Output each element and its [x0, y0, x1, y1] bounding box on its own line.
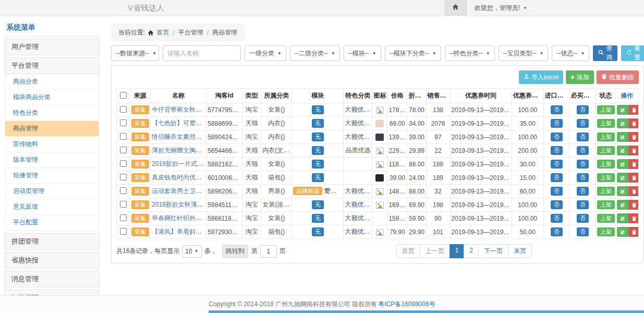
product-name-link[interactable]: 早春网红针织外套女春... [152, 214, 206, 222]
sidebar-sub-item[interactable]: 特色分类 [5, 105, 99, 121]
row-checkbox[interactable] [120, 187, 127, 194]
sidebar-sub-item[interactable]: 商品分类 [5, 74, 99, 90]
status-badge[interactable]: 上架 [597, 227, 615, 236]
edit-button[interactable] [617, 105, 628, 115]
sidebar-sub-item[interactable]: 轮播管理 [5, 168, 99, 184]
sidebar-sub-item[interactable]: 平台配置 [5, 215, 99, 231]
sidebar-sub-item[interactable]: 模块商品分类 [5, 90, 99, 105]
user-menu[interactable]: 欢迎您，管理员! ▼ [467, 4, 534, 13]
status-badge[interactable]: 上架 [597, 214, 615, 222]
import-select-badge[interactable]: 否 [551, 200, 563, 209]
filter-select[interactable]: --状态--▼ [552, 45, 589, 61]
import-select-badge[interactable]: 否 [551, 173, 563, 182]
must-buy-badge[interactable]: 否 [577, 146, 589, 154]
edit-button[interactable] [617, 227, 628, 237]
delete-button[interactable] [628, 186, 639, 196]
must-buy-badge[interactable]: 否 [577, 160, 589, 168]
filter-select[interactable]: --宝贝类型--▼ [499, 45, 549, 61]
horizontal-scrollbar[interactable] [209, 310, 644, 313]
edit-button[interactable] [617, 186, 628, 196]
delete-button[interactable] [628, 105, 639, 115]
row-checkbox[interactable] [120, 160, 127, 167]
import-select-badge[interactable]: 否 [551, 227, 563, 236]
must-buy-badge[interactable]: 否 [577, 133, 589, 141]
must-buy-badge[interactable]: 否 [577, 119, 589, 127]
delete-button[interactable] [628, 213, 639, 223]
add-button[interactable]: + 添加 [566, 70, 594, 84]
row-checkbox[interactable] [120, 106, 127, 113]
import-select-badge[interactable]: 否 [551, 146, 563, 154]
filter-select[interactable]: --二级分类--▼ [290, 45, 340, 61]
product-name-link[interactable]: 【七色纺】可爱纯棉家... [152, 119, 206, 127]
product-name-link[interactable]: 运动套装男士卫衣初秋... [152, 187, 206, 195]
status-badge[interactable]: 上架 [597, 146, 615, 154]
must-buy-badge[interactable]: 否 [577, 105, 589, 114]
delete-button[interactable] [628, 132, 639, 142]
sidebar-group-item[interactable]: 消息管理 [4, 271, 100, 287]
page-button[interactable]: 末页 [508, 244, 532, 258]
edit-button[interactable] [617, 200, 628, 210]
edit-button[interactable] [617, 173, 628, 183]
import-select-badge[interactable]: 否 [551, 105, 563, 114]
batch-delete-button[interactable]: 批量删除 [597, 70, 639, 84]
row-checkbox[interactable] [120, 119, 127, 126]
sidebar-group-item[interactable]: 平台管理 [4, 57, 100, 74]
filter-select[interactable]: --模块下分类--▼ [385, 45, 441, 61]
per-page-select[interactable]: 10 ▼ [182, 245, 201, 258]
row-checkbox[interactable] [120, 201, 127, 208]
product-name-link[interactable]: 情侣睡衣女夏丝绸男士... [152, 133, 206, 140]
page-button[interactable]: 1 [449, 244, 465, 258]
status-badge[interactable]: 上架 [597, 187, 615, 195]
import-select-badge[interactable]: 否 [551, 119, 563, 127]
delete-button[interactable] [628, 200, 639, 210]
sidebar-sub-item[interactable]: 意见反馈 [5, 199, 99, 215]
import-select-badge[interactable]: 否 [551, 187, 563, 195]
sidebar-sub-item[interactable]: 启动页管理 [5, 184, 99, 199]
import-excel-button[interactable]: 导入excel [519, 70, 563, 84]
status-badge[interactable]: 上架 [597, 133, 615, 141]
sidebar-group-item[interactable]: 省惠快报 [4, 252, 100, 269]
edit-button[interactable] [617, 118, 628, 128]
delete-button[interactable] [628, 227, 639, 237]
filter-select[interactable]: --特色分类--▼ [445, 45, 495, 61]
icp-link[interactable]: 粤ICP备16098006号 [378, 300, 435, 309]
sidebar-group-item[interactable]: 用户管理 [4, 39, 100, 55]
status-badge[interactable]: 上架 [597, 119, 615, 127]
delete-button[interactable] [628, 118, 639, 128]
product-name-link[interactable]: 薄款无钢圈文胸聚拢性... [152, 147, 206, 154]
filter-select[interactable]: 一级分类▼ [245, 45, 286, 61]
status-badge[interactable]: 上架 [597, 200, 615, 209]
edit-button[interactable] [617, 159, 628, 169]
delete-button[interactable] [628, 146, 639, 155]
row-checkbox[interactable] [120, 147, 127, 153]
row-checkbox[interactable] [120, 214, 127, 221]
sidebar-sub-item[interactable]: 版本管理 [5, 152, 99, 168]
edit-button[interactable] [617, 213, 628, 223]
filter-select[interactable]: --模块--▼ [344, 45, 381, 61]
home-button[interactable] [444, 0, 467, 16]
edit-button[interactable] [617, 132, 628, 142]
reset-button[interactable]: 重置 [621, 45, 644, 61]
row-checkbox[interactable] [120, 133, 127, 140]
import-select-badge[interactable]: 否 [551, 214, 563, 222]
product-name-link[interactable]: 【港风】单肩斜跨链条... [152, 228, 206, 235]
status-badge[interactable]: 上架 [597, 160, 615, 168]
page-button[interactable]: 2 [464, 244, 479, 258]
import-select-badge[interactable]: 否 [551, 160, 563, 168]
row-checkbox[interactable] [120, 228, 127, 235]
edit-button[interactable] [617, 146, 628, 155]
data-source-select[interactable]: --数据来源-- ▼ [111, 45, 159, 61]
page-button[interactable]: 上一页 [420, 244, 450, 258]
status-badge[interactable]: 上架 [597, 173, 615, 182]
sidebar-sub-item[interactable]: 商品管理 [5, 121, 99, 137]
row-checkbox[interactable] [120, 174, 127, 180]
status-badge[interactable]: 上架 [597, 105, 615, 114]
page-button[interactable]: 首页 [396, 244, 420, 258]
must-buy-badge[interactable]: 否 [577, 187, 589, 195]
must-buy-badge[interactable]: 否 [577, 227, 589, 236]
name-search-input[interactable] [163, 45, 241, 61]
product-name-link[interactable]: 真皮钱包时尚优雅女士... [152, 174, 206, 181]
must-buy-badge[interactable]: 否 [577, 214, 589, 222]
jump-button[interactable]: 跳转到 [222, 245, 248, 258]
breadcrumb-home-link[interactable]: 首页 [156, 28, 169, 37]
